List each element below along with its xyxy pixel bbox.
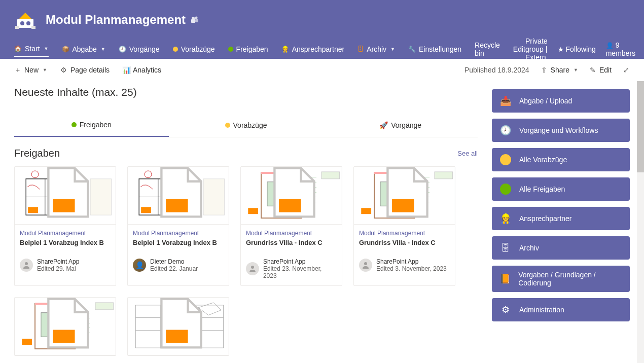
expand-icon: ⤢: [623, 66, 630, 74]
card-title: Beipiel 1 Vorabzug Index B: [133, 239, 224, 248]
edit-button[interactable]: ✎Edit: [589, 66, 612, 74]
new-icon: +: [14, 66, 21, 74]
quicklink-label: Alle Freigaben: [519, 185, 565, 193]
tab-vorgänge[interactable]: 🚀Vorgänge: [323, 114, 478, 137]
quicklink-label: Ansprechpartner: [519, 214, 572, 223]
svg-point-43: [251, 266, 254, 269]
nav-item-einstellungen[interactable]: 🔧Einstellungen: [408, 42, 461, 56]
document-card[interactable]: Modul Planmanagement Beipiel 1 Vorabzug …: [127, 166, 229, 286]
site-title: Modul Planmanagement: [46, 13, 186, 27]
card-title: Grundriss Villa - Index C: [359, 239, 450, 248]
share-icon: ⇪: [541, 66, 548, 74]
file-type-icon: [18, 298, 116, 352]
user-avatar: [246, 262, 259, 275]
rocket-icon: 🚀: [379, 121, 388, 129]
card-author: SharePoint App: [376, 258, 447, 265]
status-dot-icon: [225, 123, 230, 128]
file-type-icon: [131, 298, 229, 352]
share-button[interactable]: ⇪Share▼: [541, 66, 578, 74]
nav-item-recycle-bin[interactable]: Recycle bin: [475, 38, 500, 60]
card-thumbnail: [128, 167, 229, 225]
document-card[interactable]: ✓ ______✓ ______✓ ______✓ ______✓ ______…: [353, 166, 455, 286]
document-card[interactable]: ✓ ______✓ ______✓ ______✓ ______✓ ______…: [240, 166, 342, 286]
quicklink-archiv[interactable]: 🗄Archiv: [492, 236, 630, 260]
card-thumbnail: [15, 167, 116, 225]
svg-point-19: [25, 262, 28, 265]
nav-item-vorgänge[interactable]: 🕗Vorgänge: [119, 42, 160, 56]
svg-rect-29: [166, 199, 188, 212]
quicklink-vorgaben-grundlagen-codierung[interactable]: 📙Vorgaben / Grundlagen / Codierung: [492, 266, 630, 292]
quicklink-label: Vorgänge und Workflows: [519, 126, 598, 134]
quicklink-icon: 👷: [499, 212, 512, 225]
list-heading: Freigaben: [14, 148, 60, 159]
svg-point-2: [26, 21, 30, 25]
card-author: SharePoint App: [263, 258, 337, 265]
content-tabs: FreigabenVorabzüge🚀Vorgänge: [14, 114, 478, 137]
quicklink-abgabe-upload[interactable]: 📥Abgabe / Upload: [492, 89, 630, 113]
see-all-link[interactable]: See all: [457, 150, 478, 157]
card-thumbnail: ✓ ______✓ ______✓ ______✓ ______✓ ______…: [15, 298, 116, 355]
teams-icon: [191, 15, 199, 25]
quicklink-ansprechpartner[interactable]: 👷Ansprechpartner: [492, 207, 630, 230]
quicklink-label: Vorgaben / Grundlagen / Codierung: [518, 271, 623, 287]
quicklink-icon: 📥: [499, 94, 512, 107]
start-icon: 🏠: [14, 45, 22, 52]
quicklink-label: Alle Vorabzüge: [519, 156, 567, 164]
card-thumbnail: ✓ ______✓ ______✓ ______✓ ______✓ ______…: [241, 167, 342, 225]
chevron-down-icon: ▼: [44, 46, 49, 51]
quick-links-sidebar: 📥Abgabe / Upload🕗Vorgänge und WorkflowsA…: [492, 81, 644, 363]
svg-rect-3: [15, 26, 19, 29]
card-source: Modul Planmanagement: [20, 230, 111, 237]
card-date: Edited 22. Januar: [150, 265, 198, 272]
cmd-analytics[interactable]: 📊Analytics: [123, 66, 161, 74]
quicklink-administration[interactable]: ⚙Administration: [492, 298, 630, 321]
quicklink-vorg-nge-und-workflows[interactable]: 🕗Vorgänge und Workflows: [492, 119, 630, 142]
status-dot-icon: [173, 47, 178, 52]
card-title: Beipiel 1 Vorabzug Index B: [20, 239, 111, 248]
nav-item-freigaben[interactable]: Freigaben: [228, 42, 268, 56]
svg-rect-7: [191, 19, 195, 23]
nav-item-edit[interactable]: Edit: [513, 42, 525, 56]
chevron-down-icon: ▼: [574, 67, 578, 72]
card-author: SharePoint App: [37, 258, 79, 265]
card-date: Edited 3. November, 2023: [376, 265, 447, 272]
user-avatar: [20, 259, 33, 272]
card-thumbnail: [128, 298, 229, 355]
site-logo: [14, 9, 37, 31]
quicklink-label: Archiv: [519, 244, 539, 252]
svg-rect-56: [392, 199, 414, 212]
quicklink-alle-vorabz-ge[interactable]: Alle Vorabzüge: [492, 148, 630, 171]
nav-item-ansprechpartner[interactable]: 👷Ansprechpartner: [281, 42, 345, 56]
scrollbar[interactable]: [637, 81, 644, 363]
tab-freigaben[interactable]: Freigaben: [14, 114, 169, 137]
card-title: Grundriss Villa - Index C: [246, 239, 337, 248]
cmd-page-details[interactable]: ⚙Page details: [60, 66, 110, 74]
nav-item-archiv[interactable]: 🗄Archiv▼: [357, 42, 395, 56]
svg-rect-42: [279, 199, 301, 212]
status-dot-icon: [71, 122, 77, 127]
nav-item-start[interactable]: 🏠Start▼: [14, 42, 49, 57]
follow-button[interactable]: Following: [558, 45, 596, 53]
page details-icon: ⚙: [60, 66, 67, 74]
expand-button[interactable]: ⤢: [623, 66, 630, 74]
quicklink-icon: 📙: [499, 272, 511, 285]
quicklink-icon: 🕗: [499, 124, 512, 137]
quicklink-alle-freigaben[interactable]: Alle Freigaben: [492, 177, 630, 201]
document-card[interactable]: [127, 297, 229, 356]
command-bar: +New▼⚙Page details📊Analytics Published 1…: [0, 59, 644, 81]
archiv-icon: 🗄: [357, 46, 364, 53]
status-dot-icon: [499, 183, 512, 196]
abgabe-icon: 📦: [62, 46, 69, 53]
members-button[interactable]: 9 members: [606, 41, 635, 57]
svg-rect-70: [53, 330, 75, 343]
tab-vorabzüge[interactable]: Vorabzüge: [169, 114, 324, 137]
nav-item-abgabe[interactable]: 📦Abgabe▼: [62, 42, 105, 56]
nav-item-vorabzüge[interactable]: Vorabzüge: [173, 42, 215, 56]
section-title: Neueste Inhalte (max. 25): [14, 86, 478, 98]
document-card[interactable]: Modul Planmanagement Beipiel 1 Vorabzug …: [14, 166, 116, 286]
card-source: Modul Planmanagement: [133, 230, 224, 237]
site-header: Modul Planmanagement: [0, 0, 644, 40]
document-card[interactable]: ✓ ______✓ ______✓ ______✓ ______✓ ______…: [14, 297, 116, 356]
top-navigation: 🏠Start▼📦Abgabe▼🕗VorgängeVorabzügeFreigab…: [0, 40, 644, 59]
cmd-new[interactable]: +New▼: [14, 66, 47, 74]
